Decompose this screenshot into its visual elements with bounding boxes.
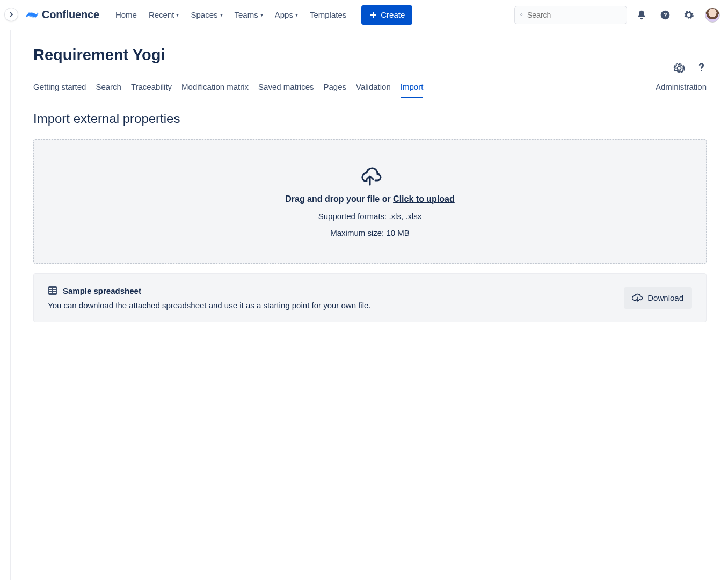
plus-icon: [369, 11, 377, 19]
tab-pages[interactable]: Pages: [323, 77, 346, 98]
dropzone-maxsize: Maximum size: 10 MB: [330, 228, 410, 237]
spreadsheet-icon: [48, 286, 57, 295]
notifications-button[interactable]: [632, 6, 651, 24]
nav-link-teams[interactable]: Teams▾: [229, 7, 268, 23]
tab-search[interactable]: Search: [96, 77, 121, 98]
nav-link-label: Apps: [275, 10, 293, 19]
question-icon: [696, 62, 707, 73]
bell-icon: [636, 10, 647, 20]
nav-left: Confluence HomeRecent▾Spaces▾Teams▾Apps▾…: [4, 5, 412, 25]
svg-rect-6: [53, 288, 56, 289]
top-nav: Confluence HomeRecent▾Spaces▾Teams▾Apps▾…: [0, 0, 728, 30]
help-button[interactable]: ?: [656, 6, 674, 24]
tab-administration[interactable]: Administration: [656, 77, 707, 98]
create-label: Create: [381, 10, 405, 19]
upload-dropzone[interactable]: Drag and drop your file or Click to uplo…: [33, 139, 707, 264]
nav-link-templates[interactable]: Templates: [304, 7, 352, 23]
nav-link-label: Teams: [235, 10, 258, 19]
dropzone-text: Drag and drop your file or Click to uplo…: [285, 194, 455, 204]
profile-button[interactable]: [703, 6, 722, 24]
svg-rect-9: [49, 292, 52, 293]
nav-link-recent[interactable]: Recent▾: [143, 7, 185, 23]
sample-title: Sample spreadsheet: [63, 286, 141, 295]
dropzone-formats: Supported formats: .xls, .xlsx: [318, 212, 422, 221]
tab-saved-matrices[interactable]: Saved matrices: [258, 77, 314, 98]
cloud-download-icon: [632, 293, 643, 303]
upload-link[interactable]: Click to upload: [393, 194, 455, 204]
tab-import[interactable]: Import: [401, 77, 424, 98]
tabs: Getting startedSearchTraceabilityModific…: [33, 77, 707, 98]
sample-info: Sample spreadsheet You can download the …: [48, 286, 624, 310]
search-icon: [520, 11, 523, 19]
create-button[interactable]: Create: [361, 5, 412, 25]
nav-link-spaces[interactable]: Spaces▾: [185, 7, 228, 23]
section-title: Import external properties: [33, 111, 707, 126]
settings-button[interactable]: [680, 6, 698, 24]
nav-links: HomeRecent▾Spaces▾Teams▾Apps▾Templates: [110, 7, 352, 23]
chevron-right-icon: [9, 12, 14, 17]
avatar-icon: [705, 8, 720, 23]
gear-icon: [673, 62, 685, 74]
page-title: Requirement Yogi: [33, 46, 707, 64]
svg-line-1: [522, 15, 522, 16]
svg-rect-8: [53, 290, 56, 291]
brand-name: Confluence: [42, 9, 99, 21]
svg-rect-10: [53, 292, 56, 293]
chevron-down-icon: ▾: [220, 12, 223, 18]
svg-rect-5: [49, 288, 52, 289]
tab-validation[interactable]: Validation: [356, 77, 391, 98]
chevron-down-icon: ▾: [176, 12, 179, 18]
search-input[interactable]: [527, 11, 621, 19]
cloud-upload-icon: [358, 165, 382, 187]
sidebar-rail: [0, 30, 11, 580]
sample-title-row: Sample spreadsheet: [48, 286, 624, 295]
confluence-logo-icon: [26, 9, 39, 21]
tab-traceability[interactable]: Traceability: [131, 77, 172, 98]
nav-right: ?: [514, 6, 722, 24]
svg-text:?: ?: [663, 11, 667, 18]
tab-getting-started[interactable]: Getting started: [33, 77, 86, 98]
sample-desc: You can download the attached spreadshee…: [48, 301, 624, 310]
main-content: Requirement Yogi Getting startedSearchTr…: [11, 30, 728, 580]
nav-link-home[interactable]: Home: [110, 7, 142, 23]
dropzone-prefix: Drag and drop your file or: [285, 194, 393, 204]
sidebar-toggle-button[interactable]: [4, 8, 18, 21]
download-label: Download: [647, 293, 683, 302]
help-icon: ?: [660, 10, 671, 20]
search-box[interactable]: [514, 6, 627, 24]
sample-panel: Sample spreadsheet You can download the …: [33, 273, 707, 322]
svg-rect-7: [49, 290, 52, 291]
page-settings-button[interactable]: [673, 62, 685, 74]
nav-link-label: Recent: [149, 10, 174, 19]
nav-link-label: Templates: [310, 10, 346, 19]
chevron-down-icon: ▾: [295, 12, 298, 18]
page-help-button[interactable]: [696, 62, 707, 74]
download-button[interactable]: Download: [624, 287, 692, 309]
nav-link-label: Spaces: [191, 10, 217, 19]
nav-link-label: Home: [115, 10, 137, 19]
tab-modification-matrix[interactable]: Modification matrix: [181, 77, 249, 98]
page-actions: [673, 62, 707, 74]
brand-link[interactable]: Confluence: [26, 9, 99, 21]
chevron-down-icon: ▾: [260, 12, 263, 18]
nav-link-apps[interactable]: Apps▾: [270, 7, 303, 23]
gear-icon: [683, 10, 694, 20]
